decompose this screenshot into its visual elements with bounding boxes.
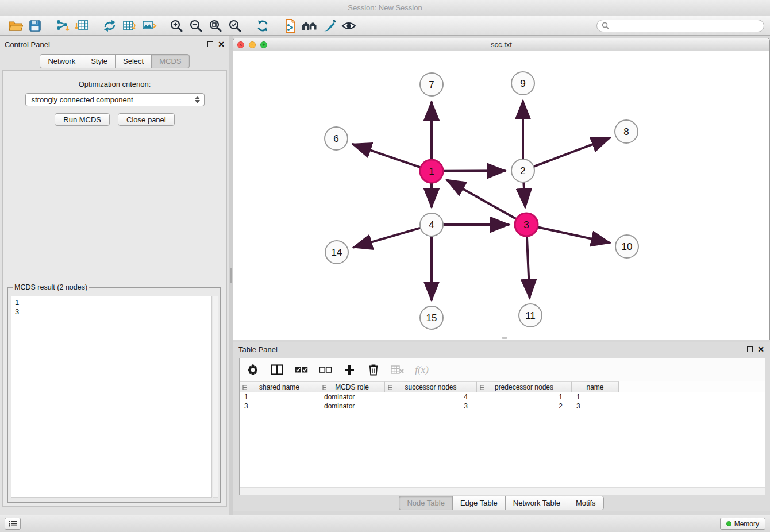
graph-edge-1-6[interactable]	[353, 144, 420, 167]
graph-edge-1-2[interactable]	[444, 171, 505, 171]
graph-edge-2-8[interactable]	[534, 138, 610, 167]
show-hide-button[interactable]	[339, 18, 359, 34]
graph-node-label: 15	[426, 313, 437, 323]
unselect-all-columns-button[interactable]	[318, 363, 333, 377]
tab-mcds[interactable]: MCDS	[151, 54, 189, 68]
column-header-predecessor-nodes[interactable]: predecessor nodes	[477, 381, 572, 392]
float-panel-icon[interactable]	[207, 41, 213, 47]
network-document-button[interactable]	[280, 18, 300, 34]
toolbar-separator	[272, 18, 280, 34]
table-cell[interactable]: dominator	[319, 392, 385, 402]
close-panel-button[interactable]: Close panel	[118, 113, 175, 126]
network-arrows-icon	[102, 18, 117, 33]
table-cell[interactable]: 3	[572, 402, 619, 411]
search-icon	[602, 22, 609, 29]
houses-icon	[302, 19, 318, 33]
close-table-panel-icon[interactable]: ✕	[757, 346, 764, 352]
table-cell[interactable]: 2	[477, 402, 572, 411]
toolbar-separator	[92, 18, 100, 34]
tab-style[interactable]: Style	[83, 54, 116, 68]
network-view-window: scc.txt × − + 7968124314101511	[233, 38, 770, 340]
refresh-layout-button[interactable]	[253, 18, 272, 34]
graph-node-label: 9	[520, 78, 525, 89]
graph-edge-3-10[interactable]	[538, 227, 610, 242]
mcds-result-list[interactable]: 1 3	[11, 296, 212, 498]
save-floppy-icon	[28, 19, 42, 33]
mcds-result-fieldset: MCDS result (2 nodes) 1 3	[7, 283, 221, 503]
status-menu-button[interactable]	[5, 518, 21, 530]
optimization-criterion-label: Optimization criterion:	[3, 80, 226, 88]
table-cell[interactable]: 3	[240, 402, 319, 411]
first-neighbors-button[interactable]	[300, 18, 319, 34]
tab-edge-table[interactable]: Edge Table	[452, 496, 506, 510]
table-header-filler	[619, 381, 765, 392]
network-canvas[interactable]: 7968124314101511	[233, 51, 769, 340]
network-table-button[interactable]	[120, 18, 139, 34]
graph-node-label: 6	[333, 133, 338, 144]
search-box[interactable]	[596, 20, 764, 32]
column-header-successor-nodes[interactable]: successor nodes	[385, 381, 477, 392]
table-cell[interactable]: dominator	[319, 402, 385, 411]
function-builder-button[interactable]: f(x)	[414, 363, 429, 377]
tab-select[interactable]: Select	[115, 54, 152, 68]
network-graph[interactable]: 7968124314101511	[233, 51, 769, 340]
table-cell[interactable]: 1	[572, 392, 619, 402]
graph-edge-4-14[interactable]	[354, 228, 420, 247]
optimization-criterion-dropdown[interactable]: strongly connected component	[25, 93, 205, 106]
float-table-panel-icon[interactable]	[747, 346, 753, 352]
column-header-name[interactable]: name	[572, 381, 619, 392]
graph-node-label: 3	[523, 219, 529, 230]
close-panel-icon[interactable]: ✕	[218, 41, 225, 47]
select-all-columns-button[interactable]	[294, 363, 309, 377]
graph-node-label: 11	[525, 310, 536, 321]
zoom-in-button[interactable]	[167, 18, 186, 34]
delete-table-button[interactable]	[390, 363, 405, 377]
import-table-button[interactable]	[72, 18, 92, 34]
tab-node-table[interactable]: Node Table	[399, 496, 453, 510]
table-cell[interactable]: 3	[385, 402, 477, 411]
run-mcds-button[interactable]: Run MCDS	[55, 113, 110, 126]
table-cell[interactable]: 1	[477, 392, 572, 402]
tab-network[interactable]: Network	[40, 54, 83, 68]
status-bar: Memory	[0, 515, 770, 532]
export-image-button[interactable]	[139, 18, 159, 34]
column-header-shared-name[interactable]: shared name	[240, 381, 319, 392]
tab-network-table[interactable]: Network Table	[505, 496, 568, 510]
annotations-button[interactable]	[319, 18, 339, 34]
window-title: Session: New Session	[348, 3, 422, 12]
network-window-titlebar: scc.txt × − +	[233, 38, 769, 51]
table-settings-button[interactable]	[245, 363, 260, 377]
dropdown-stepper-icon	[193, 94, 202, 105]
save-session-button[interactable]	[25, 18, 45, 34]
column-header-mcds-role[interactable]: MCDS role	[319, 381, 385, 392]
table-horizontal-scrollbar[interactable]	[240, 487, 765, 495]
control-panel-title: Control Panel	[5, 40, 50, 49]
table-row[interactable]: 1dominator411	[240, 392, 765, 402]
graph-edge-3-11[interactable]	[527, 237, 530, 298]
table-cell[interactable]: 4	[385, 392, 477, 402]
result-line: 1	[15, 298, 208, 307]
gear-icon	[247, 364, 259, 376]
zoom-fit-button[interactable]	[206, 18, 225, 34]
table-row[interactable]: 3dominator323	[240, 402, 765, 411]
control-panel: Control Panel ✕ Network Style Select MCD…	[0, 36, 229, 515]
zoom-out-button[interactable]	[186, 18, 206, 34]
network-tools-button[interactable]	[100, 18, 120, 34]
table-tabs: Node Table Edge Table Network Table Moti…	[233, 496, 770, 510]
result-scrollbar[interactable]	[213, 296, 218, 498]
column-panel-button[interactable]	[270, 363, 284, 377]
delete-column-button[interactable]	[366, 363, 381, 377]
graph-edge-2-3[interactable]	[523, 183, 525, 207]
canvas-resize-handle[interactable]	[502, 337, 507, 339]
add-column-button[interactable]	[342, 363, 357, 377]
import-network-button[interactable]	[53, 18, 72, 34]
search-input[interactable]	[612, 22, 759, 30]
open-session-button[interactable]	[6, 18, 25, 34]
graph-edge-3-1[interactable]	[447, 180, 516, 218]
list-icon	[9, 521, 17, 527]
column-type-icon	[387, 384, 393, 390]
table-cell[interactable]: 1	[240, 392, 319, 402]
memory-button[interactable]: Memory	[720, 518, 765, 530]
tab-motifs[interactable]: Motifs	[568, 496, 604, 510]
zoom-selected-button[interactable]	[225, 18, 245, 34]
